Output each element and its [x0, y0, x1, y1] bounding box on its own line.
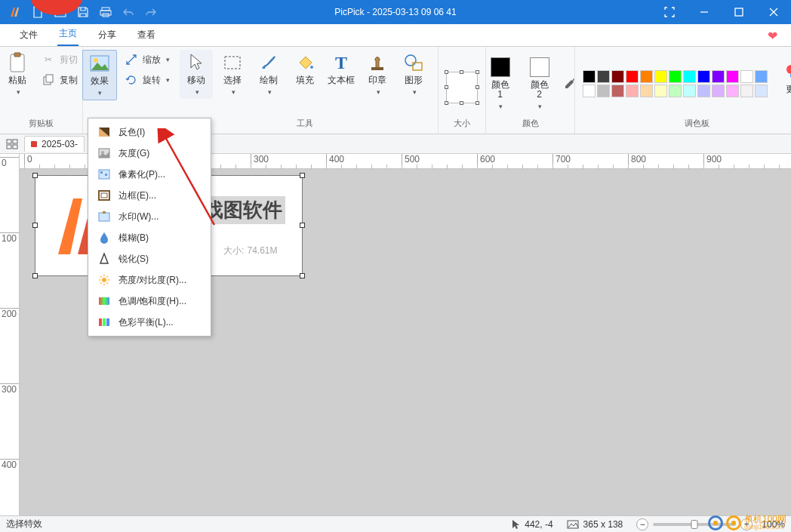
palette-swatch[interactable] [697, 70, 710, 83]
paste-button[interactable]: 粘贴 ▾ [1, 50, 34, 99]
palette-swatch[interactable] [712, 70, 725, 83]
svg-line-38 [100, 276, 102, 278]
palette-swatch[interactable] [583, 85, 596, 97]
menu-item-balance[interactable]: 色彩平衡(L)... [88, 312, 211, 333]
sharpen-icon [97, 252, 111, 266]
resize-handles-icon[interactable] [446, 72, 478, 103]
window-layout-icon[interactable] [5, 137, 20, 152]
palette-swatch[interactable] [726, 85, 739, 97]
color2-button[interactable]: 颜色 2▾ [523, 54, 556, 113]
palette-swatch[interactable] [640, 70, 653, 83]
svg-point-10 [94, 58, 98, 63]
minimize-button[interactable] [687, 0, 722, 24]
palette-swatch[interactable] [583, 70, 596, 83]
svg-rect-6 [14, 53, 20, 57]
menu-item-pixelate[interactable]: 像素化(P)... [88, 164, 211, 185]
palette-swatch[interactable] [654, 85, 667, 97]
palette-swatch[interactable] [611, 70, 624, 83]
palette-swatch[interactable] [740, 70, 753, 83]
palette-swatch[interactable] [712, 85, 725, 97]
svg-rect-27 [100, 171, 103, 174]
palette-swatch[interactable] [597, 85, 610, 97]
more-colors-button[interactable]: 更多▾ [778, 59, 791, 108]
palette-swatch[interactable] [740, 85, 753, 97]
vertical-ruler: 0100200300400 [0, 154, 20, 515]
select-tool[interactable]: 选择▾ [216, 50, 249, 99]
cursor-icon [186, 53, 206, 72]
maximize-button[interactable] [722, 0, 756, 24]
tab-share[interactable]: 分享 [97, 24, 118, 46]
svg-point-33 [102, 278, 106, 282]
menu-item-frame[interactable]: 边框(E)... [88, 185, 211, 206]
svg-line-41 [107, 276, 109, 278]
menu-item-blur[interactable]: 模糊(B) [88, 227, 211, 248]
menu-item-brightness[interactable]: 亮度/对比度(R)... [88, 269, 211, 291]
palette-swatch[interactable] [626, 70, 639, 83]
cut-button[interactable]: ✂剪切 [37, 50, 82, 69]
tab-file[interactable]: 文件 [18, 24, 39, 46]
fill-tool[interactable]: 填充 [288, 50, 322, 88]
bucket-icon [295, 53, 315, 72]
rotate-button[interactable]: 旋转▾ [120, 70, 174, 90]
menu-item-grayscale[interactable]: 灰度(G) [88, 143, 211, 164]
palette-swatch[interactable] [611, 85, 624, 97]
image-dimensions: 365 x 138 [567, 519, 623, 530]
marquee-icon [223, 53, 242, 72]
palette-swatch[interactable] [626, 85, 639, 97]
close-button[interactable] [756, 0, 791, 24]
tab-home[interactable]: 主页 [57, 23, 78, 46]
palette-swatch[interactable] [697, 85, 710, 97]
text-icon: T [331, 53, 351, 72]
palette-swatch[interactable] [683, 70, 696, 83]
palette-swatch[interactable] [597, 70, 610, 83]
palette-swatch[interactable] [726, 70, 739, 83]
save-icon[interactable] [77, 6, 89, 18]
blur-icon [97, 231, 111, 244]
stamp-tool[interactable]: 印章▾ [361, 50, 394, 99]
balance-icon [97, 315, 111, 329]
menu-item-sharpen[interactable]: 锐化(S) [88, 248, 211, 269]
menu-item-watermark[interactable]: 水印(W)... [88, 206, 211, 227]
text-tool[interactable]: T 文本框 [325, 50, 358, 88]
color1-button[interactable]: 颜色 1▾ [484, 54, 517, 113]
scale-button[interactable]: 缩放▾ [120, 50, 174, 69]
fullscreen-button[interactable] [652, 0, 687, 24]
color1-swatch [491, 57, 510, 77]
menu-item-invert[interactable]: 反色(I) [88, 121, 211, 143]
palette-swatch[interactable] [755, 85, 768, 97]
favorite-icon[interactable]: ❤ [768, 29, 777, 43]
frame-icon [97, 189, 111, 202]
redo-icon[interactable] [145, 6, 157, 18]
palette-swatch[interactable] [640, 85, 653, 97]
menu-item-hue[interactable]: 色调/饱和度(H)... [88, 291, 211, 312]
color-palette[interactable] [583, 70, 768, 97]
palette-swatch[interactable] [654, 70, 667, 83]
palette-swatch[interactable] [669, 85, 682, 97]
group-label-palette: 调色板 [685, 118, 709, 132]
svg-rect-13 [371, 67, 383, 70]
svg-rect-4 [735, 8, 743, 16]
copy-icon [41, 72, 56, 88]
copy-button[interactable]: 复制 [37, 70, 82, 90]
tab-view[interactable]: 查看 [136, 24, 157, 46]
draw-tool[interactable]: 绘制▾ [252, 50, 285, 99]
document-tab[interactable]: 2025-03- [24, 136, 85, 152]
move-tool[interactable]: 移动▾ [180, 50, 213, 99]
palette-swatch[interactable] [755, 70, 768, 83]
svg-rect-45 [106, 318, 109, 326]
effects-button[interactable]: 效果 ▾ [82, 50, 117, 100]
palette-swatch[interactable] [669, 70, 682, 83]
palette-swatch[interactable] [683, 85, 696, 97]
print-icon[interactable] [100, 6, 112, 18]
svg-rect-21 [7, 145, 11, 149]
canvas-size-text: 大小: 74.61M [223, 243, 278, 257]
zoom-out-button[interactable]: − [636, 518, 648, 530]
svg-line-40 [100, 283, 102, 284]
undo-icon[interactable] [122, 6, 134, 18]
canvas-text: 戏图软件 [201, 196, 285, 224]
statusbar: 选择特效 442, -4 365 x 138 − + 100% [0, 515, 791, 532]
svg-rect-30 [101, 193, 107, 198]
shapes-icon [404, 53, 423, 72]
shapes-tool[interactable]: 图形▾ [397, 50, 430, 99]
invert-icon [97, 125, 111, 139]
